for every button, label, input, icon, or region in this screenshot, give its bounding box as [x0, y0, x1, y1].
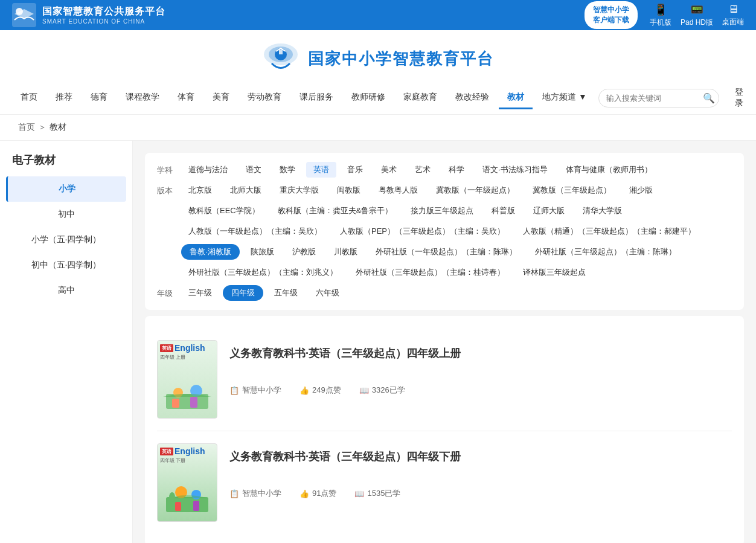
filter-min[interactable]: 闽教版	[330, 182, 368, 198]
device-desktop[interactable]: 🖥 桌面端	[722, 3, 744, 28]
nav-recommend[interactable]: 推荐	[47, 87, 81, 109]
book-likes-2: 👍 91点赞	[300, 488, 336, 499]
filter-music[interactable]: 音乐	[340, 162, 370, 178]
version-label-empty4	[157, 265, 175, 268]
filter-chuan[interactable]: 川教版	[327, 244, 365, 260]
book-cover-1[interactable]: 英语 English 四年级 上册	[157, 340, 217, 419]
device-mobile[interactable]: 📱 手机版	[650, 3, 671, 28]
filter-pe[interactable]: 体育与健康（教师用书）	[559, 162, 659, 178]
filter-beijing[interactable]: 北京版	[181, 182, 219, 198]
filter-waiyan3[interactable]: 外研社版（三年级起点）（主编：陈琳）	[528, 244, 684, 260]
filter-qinghua[interactable]: 清华大学版	[575, 203, 629, 219]
nav-home[interactable]: 首页	[12, 87, 46, 109]
svg-rect-10	[190, 397, 197, 408]
filter-cqu[interactable]: 重庆大学版	[272, 182, 326, 198]
version-tags-row1: 北京版 北师大版 重庆大学版 闽教版 粤教粤人版 冀教版（一年级起点） 冀教版（…	[181, 182, 732, 198]
nav-reform[interactable]: 教改经验	[447, 87, 498, 109]
center-logo-icon	[263, 42, 299, 76]
filter-renjiao1[interactable]: 人教版（一年级起点）（主编：吴欣）	[181, 223, 329, 239]
book-title-2[interactable]: 义务教育教科书·英语（三年级起点）四年级下册	[229, 449, 732, 464]
publisher-icon-2: 📋	[229, 489, 239, 498]
nav-labor[interactable]: 劳动教育	[239, 87, 290, 109]
download-button[interactable]: 智慧中小学 客户端下载	[585, 1, 638, 29]
nav-textbook[interactable]: 教材	[499, 87, 533, 109]
filter-jieli[interactable]: 接力版三年级起点	[403, 203, 481, 219]
filter-waiyan1[interactable]: 外研社版（一年级起点）（主编：陈琳）	[368, 244, 524, 260]
device-pad[interactable]: 📟 Pad HD版	[681, 3, 713, 28]
center-logo-section: 国家中小学智慧教育平台	[0, 30, 756, 82]
filter-lujiao[interactable]: 鲁教·湘教版	[181, 244, 240, 260]
version-label-empty2	[157, 223, 175, 227]
nav-moral[interactable]: 德育	[82, 87, 116, 109]
nav-local[interactable]: 地方频道 ▼	[534, 87, 595, 109]
filter-ji3[interactable]: 冀教版（三年级起点）	[525, 182, 618, 198]
book-views-2: 📖 1535已学	[354, 488, 400, 499]
svg-rect-14	[175, 502, 181, 511]
version-filter-label: 版本	[157, 182, 175, 196]
filter-grade4[interactable]: 四年级	[223, 285, 263, 301]
sidebar-item-elementary-54[interactable]: 小学（五·四学制）	[0, 227, 132, 252]
breadcrumb-current: 教材	[50, 122, 66, 133]
nav-right: 🔍 登录 注册	[598, 83, 756, 112]
sidebar-item-elementary[interactable]: 小学	[6, 176, 126, 202]
sidebar: 电子教材 小学 初中 小学（五·四学制） 初中（五·四学制） 高中	[0, 141, 133, 543]
filter-yue[interactable]: 粤教粤人版	[371, 182, 425, 198]
nav-afterschool[interactable]: 课后服务	[291, 87, 342, 109]
book-meta-1: 📋 智慧中小学 👍 249点赞 📖 3326已学	[229, 385, 732, 396]
filter-grade5[interactable]: 五年级	[267, 285, 305, 301]
sidebar-item-middle[interactable]: 初中	[0, 202, 132, 227]
filter-grade3[interactable]: 三年级	[181, 285, 219, 301]
filter-waiyan-liu[interactable]: 外研社版（三年级起点）（主编：刘兆义）	[181, 265, 345, 280]
filter-xiang[interactable]: 湘少版	[622, 182, 660, 198]
filter-eec[interactable]: 教科版（EEC学院）	[181, 203, 267, 219]
filter-ji1[interactable]: 冀教版（一年级起点）	[429, 182, 522, 198]
filter-hu[interactable]: 沪教版	[285, 244, 323, 260]
book-title-1[interactable]: 义务教育教科书·英语（三年级起点）四年级上册	[229, 346, 732, 361]
logo-icon	[12, 3, 36, 27]
filter-math[interactable]: 数学	[272, 162, 303, 178]
filter-gong[interactable]: 教科版（主编：龚亚夫&鲁宗干）	[271, 203, 400, 219]
nav-sports[interactable]: 体育	[169, 87, 203, 109]
filter-english[interactable]: 英语	[306, 162, 336, 178]
like-icon-2: 👍	[300, 489, 309, 498]
filter-science[interactable]: 科学	[441, 162, 472, 178]
filter-jingtong[interactable]: 人教版（精通）（三年级起点）（主编：郝建平）	[516, 223, 703, 239]
filter-liaoshi[interactable]: 辽师大版	[526, 203, 572, 219]
filter-grade6[interactable]: 六年级	[309, 285, 347, 301]
filter-kepu[interactable]: 科普版	[484, 203, 522, 219]
login-button[interactable]: 登录	[725, 83, 753, 112]
book-publisher-1: 📋 智慧中小学	[229, 385, 281, 396]
filter-calligraphy[interactable]: 语文·书法练习指导	[475, 162, 555, 178]
book-meta-2: 📋 智慧中小学 👍 91点赞 📖 1535已学	[229, 488, 732, 499]
filter-chinese[interactable]: 语文	[239, 162, 269, 178]
logo-text: 国家智慧教育公共服务平台 SMART EDUCATION OF CHINA	[42, 5, 165, 25]
sidebar-item-middle-54[interactable]: 初中（五·四学制）	[0, 252, 132, 278]
search-icon[interactable]: 🔍	[703, 92, 715, 104]
subject-filter-row: 学科 道德与法治 语文 数学 英语 音乐 美术 艺术 科学 语文·书法练习指导 …	[157, 162, 732, 178]
filter-art[interactable]: 美术	[374, 162, 404, 178]
filter-yilin[interactable]: 译林版三年级起点	[516, 265, 593, 280]
logo-main: 国家智慧教育公共服务平台	[42, 5, 165, 18]
logo-area: 国家智慧教育公共服务平台 SMART EDUCATION OF CHINA	[12, 3, 165, 27]
filter-waiyan-gui[interactable]: 外研社版（三年级起点）（主编：桂诗春）	[348, 265, 512, 280]
version-tags-row5: 外研社版（三年级起点）（主编：刘兆义） 外研社版（三年级起点）（主编：桂诗春） …	[181, 265, 732, 280]
filter-artistry[interactable]: 艺术	[408, 162, 438, 178]
nav-items: 首页 推荐 德育 课程教学 体育 美育 劳动教育 课后服务 教师研修 家庭教育 …	[12, 87, 595, 109]
filter-pep[interactable]: 人教版（PEP）（三年级起点）（主编：吴欣）	[333, 223, 512, 239]
book-cover-2[interactable]: 英语 English 四年级 下册	[157, 443, 217, 522]
filter-moral[interactable]: 道德与法治	[181, 162, 235, 178]
search-input[interactable]	[606, 94, 703, 103]
nav-family[interactable]: 家庭教育	[395, 87, 446, 109]
breadcrumb-home[interactable]: 首页	[18, 122, 35, 133]
logo-sub: SMART EDUCATION OF CHINA	[42, 18, 165, 25]
filter-bsda[interactable]: 北师大版	[223, 182, 269, 198]
nav-course[interactable]: 课程教学	[117, 87, 168, 109]
filter-shanlv[interactable]: 陕旅版	[243, 244, 281, 260]
nav-arts[interactable]: 美育	[204, 87, 238, 109]
nav-bar: 首页 推荐 德育 课程教学 体育 美育 劳动教育 课后服务 教师研修 家庭教育 …	[0, 82, 756, 115]
sidebar-item-high[interactable]: 高中	[0, 278, 132, 303]
top-header: 国家智慧教育公共服务平台 SMART EDUCATION OF CHINA 智慧…	[0, 0, 756, 30]
nav-teacher[interactable]: 教师研修	[343, 87, 394, 109]
device-options: 📱 手机版 📟 Pad HD版 🖥 桌面端	[650, 3, 744, 28]
book-cover-illustration-1	[163, 376, 211, 412]
